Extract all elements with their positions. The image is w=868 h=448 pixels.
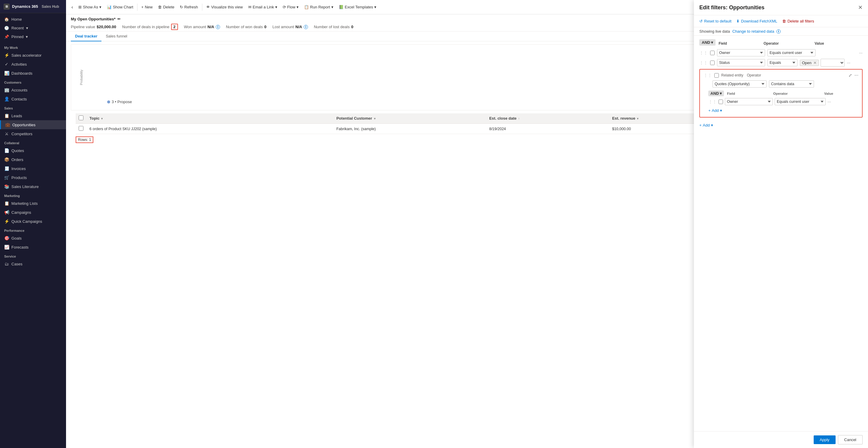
inner-value-col: Value (824, 92, 848, 95)
sidebar-item-quotes[interactable]: 📄 Quotes (0, 146, 66, 155)
sidebar-item-cases[interactable]: 🗂 Cases (0, 260, 66, 268)
inner-filter-more-button[interactable]: ··· (828, 99, 831, 104)
filter-row-more-button-2[interactable]: ··· (847, 60, 850, 65)
and-chevron-icon: ▾ (711, 40, 713, 45)
operator-col-label: Operator (764, 41, 812, 45)
status-value-dropdown[interactable] (820, 59, 845, 67)
edit-title-icon[interactable]: ✏ (117, 17, 121, 21)
filter-row-status: ⋮⋮ Status Equals Open ✕ ··· (699, 59, 863, 67)
chevron-down-icon: ▾ (297, 5, 299, 9)
sidebar-item-marketing-lists[interactable]: 📋 Marketing Lists (0, 199, 66, 208)
sidebar-item-dashboards[interactable]: 📊 Dashboards (0, 69, 66, 78)
competitors-icon: ⚔ (4, 131, 9, 136)
related-entity-checkbox[interactable] (714, 73, 719, 78)
email-link-button[interactable]: ✉ Email a Link ▾ (246, 3, 280, 11)
number-lost-value: 0 (351, 25, 353, 29)
panel-actions: ↺ Reset to default ⬇ Download FetchXML 🗑… (694, 15, 868, 27)
inner-add-button[interactable]: + Add ▾ (708, 107, 722, 114)
expand-icon[interactable]: ⤢ (848, 73, 852, 78)
new-button[interactable]: + New (139, 3, 155, 11)
sidebar-item-invoices[interactable]: 🧾 Invoices (0, 164, 66, 173)
col-header-topic[interactable]: Topic ▾ (87, 113, 334, 124)
sidebar-item-goals[interactable]: 🎯 Goals (0, 234, 66, 243)
col-header-customer[interactable]: Potential Customer ▾ (334, 113, 486, 124)
reset-default-button[interactable]: ↺ Reset to default (699, 18, 732, 25)
sidebar-item-sales-literature[interactable]: 📚 Sales Literature (0, 182, 66, 191)
inner-owner-field-select[interactable]: Owner (725, 98, 773, 105)
tab-deal-tracker[interactable]: Deal tracker (71, 32, 101, 41)
sidebar-item-products[interactable]: 🛒 Products (0, 173, 66, 182)
sidebar-item-home[interactable]: 🏠 Home (0, 15, 66, 24)
row-checkbox[interactable] (79, 126, 84, 131)
goals-icon: 🎯 (4, 236, 9, 240)
download-fetchxml-button[interactable]: ⬇ Download FetchXML (736, 18, 777, 25)
plus-icon: + (699, 123, 702, 128)
value-col-label: Value (814, 41, 854, 45)
tab-sales-funnel[interactable]: Sales funnel (101, 32, 131, 41)
show-chart-button[interactable]: 📊 Show Chart (104, 3, 136, 11)
inner-filter-row: ⋮⋮ Owner Equals current user ··· (708, 98, 858, 105)
sidebar-label-goals: Goals (11, 236, 22, 240)
hub-name: Sales Hub (42, 4, 59, 9)
delete-all-filters-button[interactable]: 🗑 Delete all filters (782, 18, 814, 25)
status-field-select[interactable]: Status (717, 59, 765, 66)
change-to-retained-link[interactable]: Change to retained data (732, 29, 774, 34)
owner-field-select[interactable]: Owner (717, 49, 765, 56)
related-entity-operator-select[interactable]: Contains data (769, 80, 814, 88)
sidebar-label-products: Products (11, 175, 27, 180)
app-name: Dynamics 365 (12, 4, 38, 9)
inner-owner-operator-select[interactable]: Equals current user (775, 98, 826, 105)
sidebar-item-activities[interactable]: ✓ Activities (0, 60, 66, 69)
sidebar-item-leads[interactable]: 📋 Leads (0, 111, 66, 120)
flow-button[interactable]: ⟳ Flow ▾ (280, 3, 301, 11)
owner-operator-select[interactable]: Equals current user (768, 49, 815, 56)
sidebar-item-forecasts[interactable]: 📈 Forecasts (0, 243, 66, 251)
cancel-button[interactable]: Cancel (838, 435, 863, 444)
chevron-down-icon: ▾ (26, 34, 28, 39)
filter-row-checkbox-1[interactable] (710, 51, 715, 55)
inner-and-badge[interactable]: AND ▾ (708, 91, 724, 96)
back-button[interactable]: ‹ (69, 3, 75, 11)
sidebar-item-quick-campaigns[interactable]: ⚡ Quick Campaigns (0, 217, 66, 226)
sidebar-item-recent[interactable]: 🕐 Recent ▾ (0, 24, 66, 32)
row-topic-cell[interactable]: 6 orders of Product SKU JJ202 (sample) (87, 124, 334, 134)
inner-filter-checkbox[interactable] (718, 100, 723, 104)
filter-row-more-button-1[interactable]: ··· (859, 50, 863, 55)
status-operator-select[interactable]: Equals (768, 59, 798, 66)
filter-row-checkbox-2[interactable] (710, 61, 715, 65)
sidebar-item-sales-accelerator[interactable]: ⚡ Sales accelerator (0, 51, 66, 60)
status-tag-remove[interactable]: ✕ (813, 61, 817, 65)
number-won-value: 0 (265, 25, 267, 29)
show-as-button[interactable]: ⊞ Show As ▾ (76, 3, 104, 11)
lost-amount-stat: Lost amount N/A ℹ (273, 25, 308, 29)
sidebar-item-accounts[interactable]: 🏢 Accounts (0, 85, 66, 95)
download-label: Download FetchXML (741, 19, 777, 23)
sidebar-item-pinned[interactable]: 📌 Pinned ▾ (0, 32, 66, 41)
run-report-button[interactable]: 📋 Run Report ▾ (302, 3, 336, 11)
related-entity-select[interactable]: Quotes (Opportunity) (713, 80, 767, 88)
panel-close-button[interactable]: ✕ (858, 4, 863, 11)
field-col-label: Field (718, 41, 761, 45)
sidebar-label-cases: Cases (11, 262, 23, 266)
sidebar-item-orders[interactable]: 📦 Orders (0, 155, 66, 164)
visualize-button[interactable]: 👁 Visualize this view (204, 3, 245, 11)
excel-templates-button[interactable]: 📗 Excel Templates ▾ (337, 3, 379, 11)
add-filter-button[interactable]: + Add ▾ (699, 121, 713, 129)
and-badge[interactable]: AND ▾ (699, 39, 716, 45)
sidebar-item-opportunities[interactable]: 💼 Opportunities (0, 120, 66, 129)
number-deals-stat: Number of deals in pipeline 2 (122, 24, 178, 30)
refresh-button[interactable]: ↻ Refresh (177, 3, 200, 11)
related-entity-more-button[interactable]: ··· (855, 73, 858, 78)
apply-button[interactable]: Apply (814, 436, 836, 444)
sidebar-item-competitors[interactable]: ⚔ Competitors (0, 129, 66, 138)
sidebar-label-invoices: Invoices (11, 166, 26, 171)
related-entity-header: ⋮⋮ Related entity Operator ⤢ ··· (704, 73, 858, 78)
sidebar-item-contacts[interactable]: 👤 Contacts (0, 95, 66, 103)
select-all-checkbox[interactable] (79, 115, 84, 120)
sidebar-item-campaigns[interactable]: 📢 Campaigns (0, 208, 66, 217)
number-won-label: Number of won deals (226, 25, 263, 29)
delete-button[interactable]: 🗑 Delete (155, 3, 177, 11)
col-header-close-date[interactable]: Est. close date ↑ (486, 113, 609, 124)
related-entity-box: ⋮⋮ Related entity Operator ⤢ ··· Quotes … (699, 69, 863, 117)
row-customer-cell[interactable]: Fabrikam, Inc. (sample) (334, 124, 486, 134)
